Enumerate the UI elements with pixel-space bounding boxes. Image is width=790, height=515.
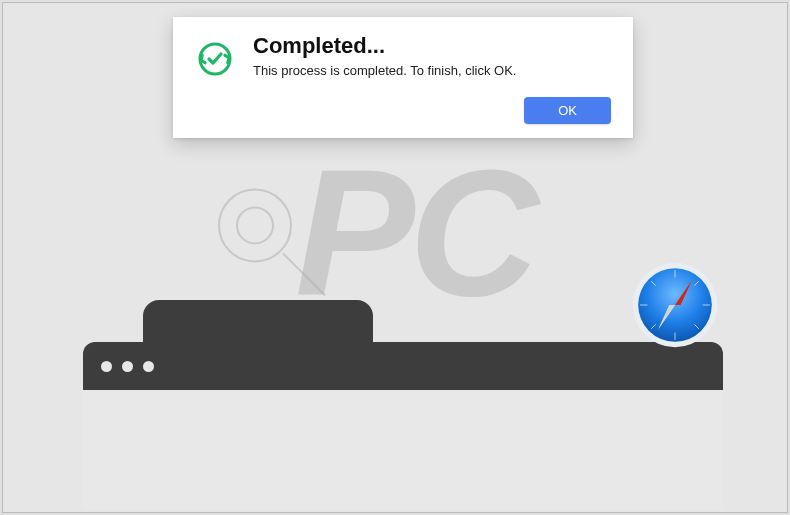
safari-icon [629,259,721,351]
svg-line-2 [283,253,325,295]
window-zoom-dot[interactable] [143,361,154,372]
app-frame: PC risk.com [2,2,788,513]
browser-titlebar [83,342,723,390]
ok-button[interactable]: OK [524,97,611,124]
completion-dialog: Completed... This process is completed. … [173,17,633,138]
dialog-message: This process is completed. To finish, cl… [253,63,516,78]
window-close-dot[interactable] [101,361,112,372]
browser-window [83,300,723,510]
svg-point-1 [237,207,273,243]
browser-body [83,390,723,510]
dialog-title: Completed... [253,33,516,59]
success-icon [195,39,235,83]
window-minimize-dot[interactable] [122,361,133,372]
svg-point-0 [219,189,291,261]
